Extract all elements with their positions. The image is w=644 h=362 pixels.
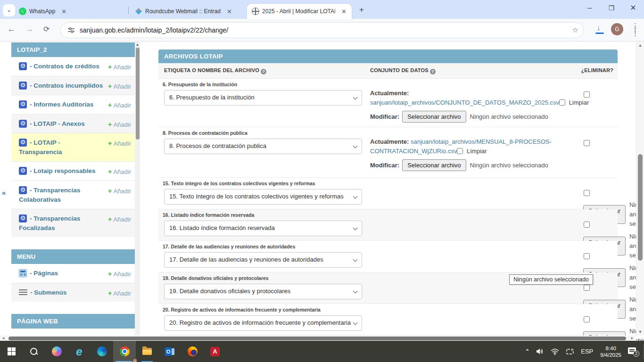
column-etiqueta: ETIQUETA O NOMBRE DEL ARCHIVO? <box>164 67 266 74</box>
sidebar-item[interactable]: + Añadir - Contratos de créditos <box>11 57 135 76</box>
scroll-up-arrow-icon[interactable]: ▲ <box>135 42 140 47</box>
add-link[interactable]: + Añadir <box>108 100 131 110</box>
language-indicator[interactable]: ESP <box>581 348 593 355</box>
eliminar-checkbox[interactable] <box>584 190 590 196</box>
browser-menu-icon[interactable]: ⋮⋮⋮ <box>632 24 638 35</box>
back-icon[interactable]: ← <box>8 25 16 34</box>
roundcube-icon <box>135 8 142 15</box>
seleccionar-archivo-button[interactable]: Seleccionar archivo <box>402 159 466 171</box>
new-tab-button[interactable]: + <box>356 5 367 15</box>
scroll-right-arrow-icon[interactable]: ► <box>630 336 634 340</box>
add-link[interactable]: + Añadir <box>108 62 131 72</box>
taskbar-outlook-button[interactable]: O <box>158 341 181 362</box>
add-link[interactable]: + Añadir <box>108 269 131 279</box>
sidebar-item[interactable]: + Añadir - Páginas <box>11 264 135 283</box>
dataset-select[interactable]: 6. Presupuesto de la institución <box>164 90 362 106</box>
page-vertical-scrollbar[interactable]: ▲ ▼ <box>636 41 644 336</box>
dataset-select[interactable]: 16. Listado índice formación reservada <box>164 221 362 236</box>
scrollbar-thumb[interactable] <box>8 337 626 340</box>
restore-button[interactable]: ❐ <box>601 0 622 17</box>
wifi-icon[interactable] <box>551 348 559 355</box>
taskbar-explorer-button[interactable] <box>136 341 158 362</box>
dataset-select[interactable]: 15. Texto íntegro de los contratos colec… <box>164 189 362 205</box>
sidebar-section-header: PÁGINA WEB <box>11 314 135 329</box>
eliminar-checkbox[interactable] <box>584 316 590 322</box>
limpiar-checkbox[interactable] <box>457 148 463 154</box>
cast-display-icon[interactable] <box>566 348 574 355</box>
forward-icon[interactable]: → <box>25 25 33 34</box>
sidebar-item[interactable]: + Añadir - LOTAIP - Transparencia <box>11 133 135 161</box>
scrollbar-thumb[interactable] <box>136 48 140 140</box>
scroll-left-arrow-icon[interactable]: ◄ <box>1 336 5 340</box>
minimize-button[interactable]: ─ <box>579 0 601 17</box>
dataset-select[interactable]: 19. Detalle donativos oficiales y protoc… <box>164 284 362 299</box>
close-tab-icon[interactable]: ✕ <box>60 8 68 15</box>
limpiar-checkbox[interactable] <box>559 99 565 106</box>
scrollbar-thumb[interactable] <box>638 154 643 261</box>
add-link[interactable]: + Añadir <box>108 138 131 148</box>
clock[interactable]: 8:40 9/4/2025 <box>600 345 621 358</box>
add-link[interactable]: + Añadir <box>108 288 131 298</box>
eliminar-checkbox[interactable] <box>584 253 590 259</box>
close-tab-icon[interactable]: ✕ <box>340 8 348 15</box>
taskbar-chrome-button[interactable]: G <box>113 341 136 362</box>
tab-roundcube[interactable]: Roundcube Webmail :: Entrada ✕ <box>130 4 243 19</box>
sidebar-item[interactable]: + Añadir - Transparencias Focalizadas <box>11 209 135 237</box>
current-file-link[interactable]: sanjuan/lotaip_archivos/CONJUNTO_DE_DATO… <box>370 99 559 106</box>
start-button[interactable] <box>0 341 23 362</box>
current-file-block: Actualmente: sanjuan/lotaip_archivos/CON… <box>370 89 599 123</box>
taskbar-edge-button[interactable] <box>91 341 113 362</box>
sidebar-item[interactable]: + Añadir - LOTAIP - Anexos <box>11 114 135 133</box>
bookmark-star-icon[interactable]: ☆ <box>572 26 578 34</box>
dataset-select[interactable]: 17. Detalle de las audiencias y reunione… <box>164 252 362 268</box>
site-settings-icon[interactable] <box>67 26 75 34</box>
add-link[interactable]: + Añadir <box>108 214 131 224</box>
sidebar-scrollbar[interactable]: ▲ <box>135 41 140 341</box>
add-link[interactable]: + Añadir <box>108 119 131 130</box>
taskbar-search-button[interactable] <box>23 341 45 362</box>
volume-icon[interactable] <box>536 348 544 355</box>
chevron-down-icon <box>353 226 358 230</box>
sidebar-item[interactable]: + Añadir - Transparencias Colaborativas <box>11 181 135 209</box>
item-icon <box>19 100 27 108</box>
add-link[interactable]: + Añadir <box>108 166 131 177</box>
sidebar-collapse-icon[interactable]: « <box>2 189 6 197</box>
reload-icon[interactable]: ⟳ <box>43 25 50 33</box>
plus-icon: + <box>108 215 112 223</box>
help-icon[interactable]: ? <box>430 69 436 74</box>
eliminar-checkbox[interactable] <box>584 222 590 228</box>
seleccionar-archivo-button[interactable]: Seleccionar archivo <box>402 111 466 123</box>
sidebar-item[interactable]: + Añadir - Submenús <box>11 283 135 302</box>
page-horizontal-scrollbar[interactable]: ◄ ► <box>0 336 636 341</box>
item-icon <box>19 62 27 70</box>
taskbar-firefox-button[interactable] <box>181 341 204 362</box>
sidebar-item[interactable]: + Añadir - Contratos incumplidos <box>11 76 135 95</box>
scroll-up-arrow-icon[interactable]: ▲ <box>636 43 644 48</box>
eliminar-checkbox[interactable] <box>584 140 590 146</box>
tray-expand-icon[interactable]: ⌃ <box>525 348 529 354</box>
notification-center-icon[interactable]: 2 <box>628 347 637 355</box>
downloads-icon[interactable]: ↓ <box>595 25 605 35</box>
tab-active-modificar-lotaip[interactable]: 2025 - Abril | Modificar LOTAIP ✕ <box>247 4 352 19</box>
sidebar-item[interactable]: + Añadir - Lotaip responsables <box>11 161 135 181</box>
select-value: 6. Presupuesto de la institución <box>169 94 255 101</box>
tab-whatsapp[interactable]: WhatsApp ✕ <box>14 4 126 19</box>
dataset-select[interactable]: 20. Registro de activos de información f… <box>164 315 362 331</box>
taskbar-copilot-button[interactable] <box>45 341 68 362</box>
address-bar[interactable]: sanjuan.gob.ec/admin/lotaip_2/lotaipv2/2… <box>60 22 584 38</box>
dataset-select[interactable]: 8. Procesos de contratación publica <box>164 139 362 154</box>
add-link[interactable]: + Añadir <box>108 81 131 91</box>
tab-search-icon[interactable]: ⌄ <box>3 4 15 16</box>
eliminar-checkbox[interactable] <box>584 91 590 98</box>
sidebar-item[interactable]: + Añadir - Informes Auditorías <box>11 95 135 114</box>
archivo-row: 8. Procesos de contratación publica 8. P… <box>158 127 618 178</box>
profile-avatar[interactable]: G <box>611 23 623 35</box>
close-tab-icon[interactable]: ✕ <box>225 8 233 15</box>
close-window-button[interactable]: ✕ <box>622 0 644 17</box>
help-icon[interactable]: ? <box>261 69 266 74</box>
eliminar-checkbox[interactable] <box>584 285 590 291</box>
taskbar-ie-button[interactable]: e <box>68 341 91 362</box>
taskbar-acrobat-button[interactable]: A <box>204 341 226 362</box>
scroll-down-arrow-icon[interactable]: ▼ <box>636 329 644 334</box>
add-link[interactable]: + Añadir <box>108 186 131 196</box>
